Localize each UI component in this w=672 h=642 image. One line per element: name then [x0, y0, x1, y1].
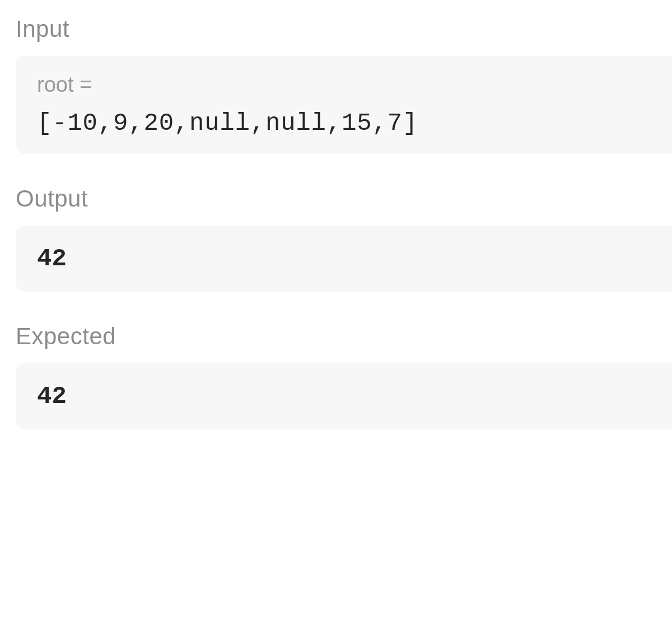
expected-box: 42 [16, 363, 672, 429]
expected-value: 42 [37, 382, 651, 410]
output-box: 42 [16, 226, 672, 292]
input-box: root = [-10,9,20,null,null,15,7] [16, 56, 672, 154]
input-section: Input root = [-10,9,20,null,null,15,7] [16, 16, 672, 154]
output-section: Output 42 [16, 185, 672, 292]
output-label: Output [16, 185, 672, 212]
input-param-name: root = [37, 73, 651, 97]
input-label: Input [16, 16, 672, 43]
input-param-value: [-10,9,20,null,null,15,7] [37, 109, 651, 137]
expected-section: Expected 42 [16, 323, 672, 429]
expected-label: Expected [16, 323, 672, 350]
output-value: 42 [37, 245, 651, 273]
